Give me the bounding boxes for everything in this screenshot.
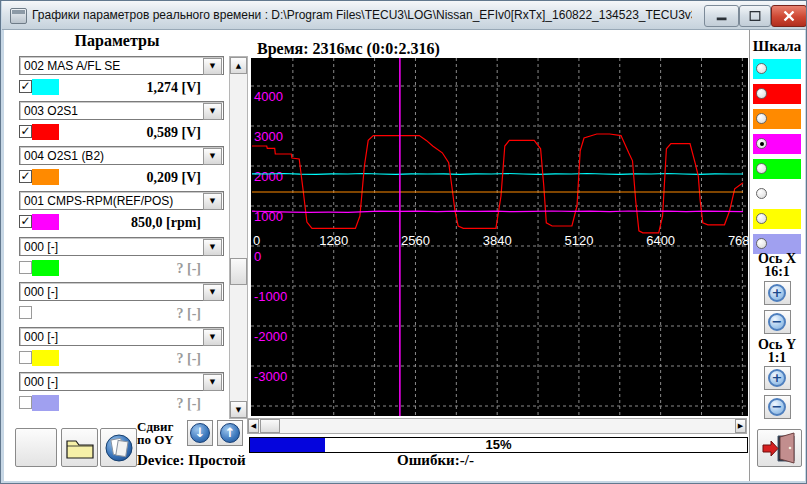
x-axis-tick-label: 3840 bbox=[483, 233, 512, 248]
parameter-name: 002 MAS A/FL SE bbox=[24, 59, 120, 73]
plus-icon: + bbox=[768, 369, 786, 387]
y-axis-tick-label: 2000 bbox=[254, 169, 283, 184]
progress-label: 15% bbox=[250, 438, 747, 452]
scale-swatch bbox=[753, 159, 801, 179]
scroll-right-button[interactable]: ▶ bbox=[735, 419, 746, 433]
errors-status: Ошибки:-/- bbox=[397, 452, 474, 469]
channel-group: 003 O2S1▼✓0,589 [V] bbox=[19, 101, 224, 143]
close-button[interactable] bbox=[771, 5, 807, 27]
minimize-icon bbox=[716, 12, 727, 21]
channel-group: 000 [-]▼? [-] bbox=[19, 282, 224, 324]
parameters-header: Параметры bbox=[9, 32, 225, 50]
maximize-icon bbox=[750, 11, 761, 21]
channel-group: 002 MAS A/FL SE▼✓1,274 [V] bbox=[19, 56, 224, 98]
scale-swatch bbox=[753, 59, 801, 79]
channel-group: 001 CMPS-RPM(REF/POS)▼✓850,0 [rpm] bbox=[19, 191, 224, 233]
chevron-down-icon[interactable]: ▼ bbox=[203, 329, 222, 346]
open-folder-button[interactable] bbox=[61, 428, 98, 467]
shift-down-button[interactable]: ↓ bbox=[187, 420, 213, 446]
shift-oy-label: Сдвиг по OY bbox=[137, 420, 174, 446]
parameter-dropdown[interactable]: 003 O2S1▼ bbox=[19, 101, 224, 120]
chevron-down-icon[interactable]: ▼ bbox=[203, 239, 222, 256]
parameter-name: 004 O2S1 (B2) bbox=[24, 149, 104, 163]
x-axis-tick-label: 6400 bbox=[646, 233, 675, 248]
scale-radio[interactable] bbox=[756, 188, 767, 199]
minus-icon: − bbox=[768, 313, 786, 331]
radio-dot bbox=[760, 142, 764, 146]
axis-x-ratio: 16:1 bbox=[749, 265, 805, 278]
folder-icon bbox=[65, 437, 95, 459]
x-axis-tick-label: 0 bbox=[253, 233, 260, 248]
parameter-dropdown[interactable]: 004 O2S1 (B2)▼ bbox=[19, 146, 224, 165]
parameter-name: 000 [-] bbox=[24, 375, 58, 389]
chevron-down-icon[interactable]: ▼ bbox=[203, 374, 222, 391]
up-arrow-icon: ↑ bbox=[220, 423, 240, 443]
exit-button[interactable] bbox=[757, 429, 802, 467]
parameter-dropdown[interactable]: 001 CMPS-RPM(REF/POS)▼ bbox=[19, 191, 224, 210]
parameter-name: 003 O2S1 bbox=[24, 104, 78, 118]
chevron-down-icon[interactable]: ▼ bbox=[203, 103, 222, 120]
chevron-down-icon[interactable]: ▼ bbox=[203, 148, 222, 165]
parameter-dropdown[interactable]: 002 MAS A/FL SE▼ bbox=[19, 56, 224, 75]
channel-value: 850,0 [rpm] bbox=[19, 215, 201, 231]
chart-plot[interactable]: 40003000200010000-1000-2000-300001280256… bbox=[251, 58, 748, 416]
scroll-down-button[interactable]: ▼ bbox=[230, 401, 247, 418]
exit-door-icon bbox=[761, 432, 799, 464]
scroll-left-button[interactable]: ◀ bbox=[248, 419, 259, 433]
y-axis-tick-label: 3000 bbox=[254, 129, 283, 144]
chevron-down-icon[interactable]: ▼ bbox=[203, 193, 222, 210]
scale-radio[interactable] bbox=[756, 163, 767, 174]
x-axis-tick-label: 1280 bbox=[319, 233, 348, 248]
maximize-button[interactable] bbox=[739, 5, 771, 27]
title-bar: Графики параметров реального времени : D… bbox=[2, 1, 807, 30]
channel-group: 004 O2S1 (B2)▼✓0,209 [V] bbox=[19, 146, 224, 188]
print-button[interactable] bbox=[100, 428, 137, 467]
x-axis-tick-label: 2560 bbox=[401, 233, 430, 248]
channel-value: 0,209 [V] bbox=[19, 170, 201, 186]
scale-radio[interactable] bbox=[756, 238, 767, 249]
parameter-dropdown[interactable]: 000 [-]▼ bbox=[19, 372, 224, 391]
time-label: Время: 2316мс (0:0:2.316) bbox=[257, 40, 440, 58]
device-status: Device: Простой bbox=[137, 452, 246, 469]
parameter-dropdown[interactable]: 000 [-]▼ bbox=[19, 237, 224, 256]
parameter-dropdown[interactable]: 000 [-]▼ bbox=[19, 327, 224, 346]
channel-scrollbar[interactable]: ▲ ▼ bbox=[229, 56, 248, 419]
plus-icon: + bbox=[768, 284, 786, 302]
scale-radio[interactable] bbox=[756, 113, 767, 124]
scale-swatch bbox=[753, 134, 801, 154]
channel-group: 000 [-]▼? [-] bbox=[19, 237, 224, 279]
x-axis-tick-label: 5120 bbox=[564, 233, 593, 248]
scale-header: Шкала bbox=[749, 38, 805, 55]
minimize-button[interactable] bbox=[704, 5, 739, 27]
axis-x-zoom-out-button[interactable]: − bbox=[764, 310, 791, 334]
chevron-down-icon[interactable]: ▼ bbox=[203, 284, 222, 301]
parameter-name: 001 CMPS-RPM(REF/POS) bbox=[24, 194, 173, 208]
scroll-up-button[interactable]: ▲ bbox=[230, 57, 247, 74]
scale-radio[interactable] bbox=[756, 88, 767, 99]
scale-swatch bbox=[753, 109, 801, 129]
parameter-name: 000 [-] bbox=[24, 240, 58, 254]
scale-swatch bbox=[753, 184, 801, 204]
chevron-down-icon[interactable]: ▼ bbox=[203, 58, 222, 75]
parameter-name: 000 [-] bbox=[24, 285, 58, 299]
scrollbar-thumb[interactable] bbox=[230, 258, 247, 285]
scale-radio[interactable] bbox=[756, 213, 767, 224]
chart-scrollbar[interactable]: ◀ ▶ bbox=[247, 418, 747, 434]
axis-y-zoom-in-button[interactable]: + bbox=[764, 366, 791, 390]
channel-value: ? [-] bbox=[19, 261, 201, 277]
shift-up-button[interactable]: ↑ bbox=[217, 420, 243, 446]
scale-radio[interactable] bbox=[756, 138, 767, 149]
documents-icon bbox=[104, 433, 134, 463]
scrollbar-thumb[interactable] bbox=[260, 419, 280, 433]
blank-button[interactable] bbox=[15, 428, 57, 467]
scale-swatch bbox=[753, 209, 801, 229]
y-axis-tick-label: -3000 bbox=[254, 369, 287, 384]
down-arrow-icon: ↓ bbox=[190, 423, 210, 443]
parameter-dropdown[interactable]: 000 [-]▼ bbox=[19, 282, 224, 301]
axis-x-zoom-in-button[interactable]: + bbox=[764, 281, 791, 305]
scale-radio[interactable] bbox=[756, 63, 767, 74]
channel-value: 1,274 [V] bbox=[19, 80, 201, 96]
channel-value: ? [-] bbox=[19, 351, 201, 367]
axis-y-zoom-out-button[interactable]: − bbox=[764, 395, 791, 419]
y-axis-tick-label: -1000 bbox=[254, 289, 287, 304]
